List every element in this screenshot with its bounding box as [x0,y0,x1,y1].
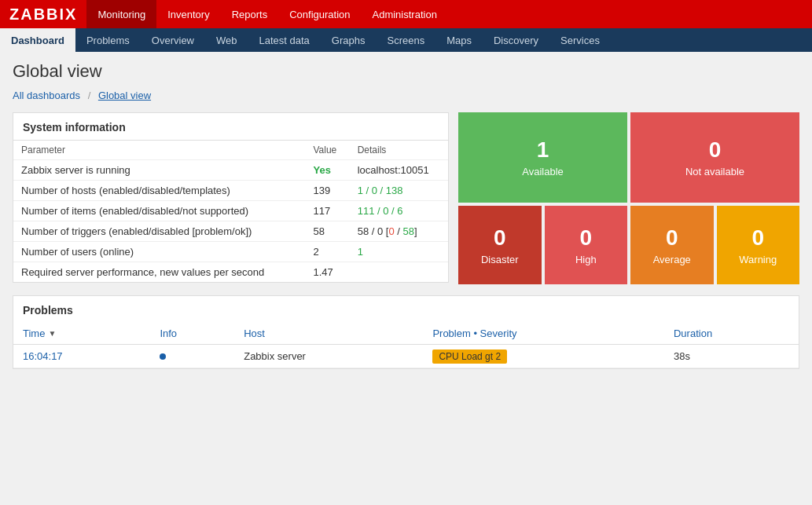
value-cell: Yes [305,160,349,181]
tile-average[interactable]: 0 Average [630,206,714,284]
details-cell: localhost:10051 [350,160,448,181]
param-cell: Required server performance, new values … [13,262,305,283]
tile-available-count: 1 [537,137,549,163]
subnav-dashboard[interactable]: Dashboard [0,28,75,52]
system-info-box: System information Parameter Value Detai… [13,112,449,283]
tile-available[interactable]: 1 Available [458,112,627,203]
tile-warning[interactable]: 0 Warning [717,206,800,284]
value-cell: 58 [305,221,349,242]
subnav-problems[interactable]: Problems [75,28,141,52]
tile-disaster[interactable]: 0 Disaster [458,206,542,284]
tile-not-available-label: Not available [685,166,744,177]
time-cell: 16:04:17 [13,345,150,368]
system-info-table: Parameter Value Details Zabbix server is… [13,141,448,282]
table-row: Zabbix server is running Yes localhost:1… [13,160,448,181]
param-cell: Number of users (online) [13,242,305,262]
duration-cell: 38s [664,345,799,368]
tile-warning-label: Warning [739,254,777,265]
details-cell: 1 [350,242,448,262]
param-cell: Number of items (enabled/disabled/not su… [13,201,305,221]
details-cell: 1 / 0 / 138 [350,181,448,201]
nav-reports[interactable]: Reports [221,0,279,28]
val-red: 0 [388,225,394,237]
subnav-latest-data[interactable]: Latest data [248,28,321,52]
col-parameter: Parameter [13,141,305,160]
value-cell: 2 [305,242,349,262]
subnav-discovery[interactable]: Discovery [483,28,549,52]
tile-warning-count: 0 [751,225,764,251]
col-details: Details [350,141,448,160]
param-cell: Number of triggers (enabled/disabled [pr… [13,221,305,242]
col-problem-severity[interactable]: Problem • Severity [423,323,664,345]
breadcrumb-separator: / [88,90,91,101]
breadcrumb-current[interactable]: Global view [98,90,151,101]
top-nav-items: Monitoring Inventory Reports Configurati… [86,0,447,28]
value-yes: Yes [313,164,330,176]
col-value: Value [305,141,349,160]
time-link[interactable]: 16:04:17 [23,350,63,362]
tile-disaster-label: Disaster [481,254,519,265]
value-cell: 117 [305,201,349,221]
col-info: Info [150,323,234,345]
nav-administration[interactable]: Administration [362,0,448,28]
status-tiles: 1 Available 0 Not available 0 Disaster 0… [458,112,799,284]
problems-table-header: Time ▼ Info Host Problem • Severity Dura… [13,323,799,345]
col-duration: Duration [664,323,799,345]
tile-not-available[interactable]: 0 Not available [630,112,799,203]
system-info-title: System information [13,113,448,141]
tiles-row-2: 0 Disaster 0 High 0 Average 0 Warning [458,206,799,284]
details-cell: 58 / 0 [0 / 58] [350,221,448,242]
subnav-web[interactable]: Web [205,28,248,52]
tile-average-count: 0 [666,225,678,251]
main-layout: System information Parameter Value Detai… [13,112,799,284]
subnav-maps[interactable]: Maps [435,28,483,52]
details-green: 111 / 0 / 6 [358,205,403,217]
problem-cell: CPU Load gt 2 [423,345,664,368]
tile-high[interactable]: 0 High [545,206,628,284]
table-row: Number of items (enabled/disabled/not su… [13,201,448,221]
tile-average-label: Average [653,254,691,265]
info-dot-icon [160,353,166,360]
details-green: 1 [358,246,363,258]
param-cell: Zabbix server is running [13,160,305,181]
breadcrumb-parent[interactable]: All dashboards [13,90,80,101]
problems-table: Time ▼ Info Host Problem • Severity Dura… [13,323,799,368]
table-row: Number of users (online) 2 1 [13,242,448,262]
breadcrumb: All dashboards / Global view [13,90,799,101]
sub-navigation: Dashboard Problems Overview Web Latest d… [0,28,812,52]
tiles-row-1: 1 Available 0 Not available [458,112,799,203]
tile-high-count: 0 [579,225,592,251]
nav-inventory[interactable]: Inventory [156,0,220,28]
sort-desc-icon: ▼ [48,329,56,338]
subnav-overview[interactable]: Overview [141,28,205,52]
col-time-label: Time [23,328,45,339]
details-cell: 111 / 0 / 6 [350,201,448,221]
nav-configuration[interactable]: Configuration [278,0,361,28]
trigger-details: 58 / 0 [0 / 58] [358,225,417,237]
col-time[interactable]: Time ▼ [13,323,150,345]
subnav-graphs[interactable]: Graphs [321,28,377,52]
logo: ZABBIX [6,5,86,24]
host-cell: Zabbix server [234,345,423,368]
problem-badge[interactable]: CPU Load gt 2 [432,349,507,364]
problems-title: Problems [13,296,799,323]
tile-available-label: Available [522,166,564,177]
val-green: 58 [403,225,414,237]
tile-not-available-count: 0 [709,137,722,163]
nav-monitoring[interactable]: Monitoring [86,0,156,28]
table-row: Number of triggers (enabled/disabled [pr… [13,221,448,242]
table-row: Number of hosts (enabled/disabled/templa… [13,181,448,201]
top-navigation: ZABBIX Monitoring Inventory Reports Conf… [0,0,812,28]
subnav-services[interactable]: Services [549,28,611,52]
problems-section: Problems Time ▼ Info Host Problem • Seve… [13,295,799,369]
page-content: Global view All dashboards / Global view… [0,52,812,379]
value-cell: 139 [305,181,349,201]
subnav-screens[interactable]: Screens [376,28,435,52]
page-title: Global view [13,61,799,82]
tile-high-label: High [575,254,597,265]
table-row: 16:04:17 Zabbix server CPU Load gt 2 38s [13,345,799,368]
value-cell: 1.47 [305,262,349,283]
col-host: Host [234,323,423,345]
table-row: Required server performance, new values … [13,262,448,283]
details-green: 1 / 0 / 138 [358,185,403,196]
